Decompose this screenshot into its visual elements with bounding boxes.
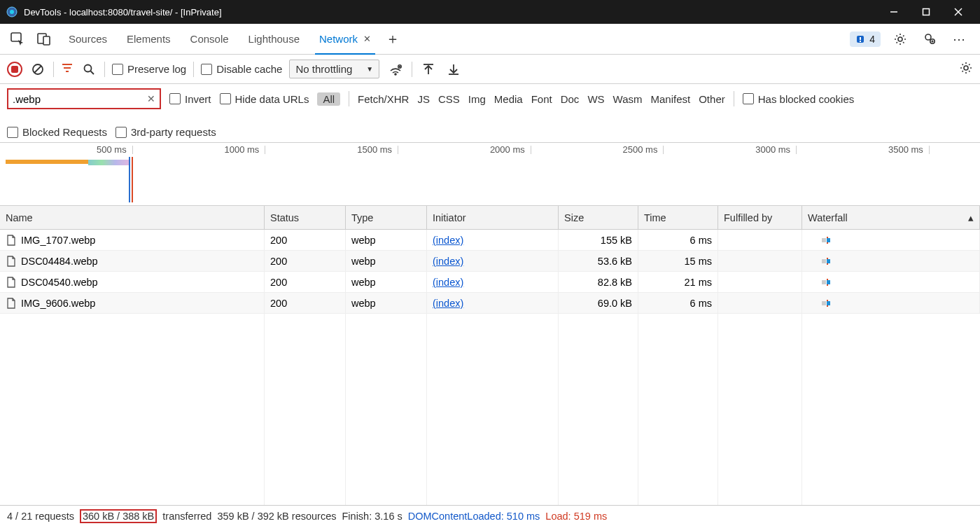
col-time[interactable]: Time [638, 206, 718, 229]
blocked-cookies-checkbox[interactable]: Has blocked cookies [743, 93, 855, 105]
col-waterfall[interactable]: Waterfall▴ [802, 206, 980, 229]
window-title: DevTools - localhost:8080/travel-site/ -… [24, 7, 222, 18]
close-icon[interactable]: ✕ [363, 34, 371, 44]
table-row[interactable]: IMG_1707.webp200webp(index)155 kB6 ms [0, 230, 980, 251]
svg-line-18 [34, 66, 41, 73]
divider [349, 91, 349, 106]
filter-type-fetch[interactable]: Fetch/XHR [358, 93, 409, 105]
window-titlebar: DevTools - localhost:8080/travel-site/ -… [0, 0, 980, 24]
filter-type-media[interactable]: Media [494, 93, 523, 105]
filter-toggle-icon[interactable] [61, 62, 74, 77]
filter-type-all[interactable]: All [317, 92, 340, 106]
feedback-icon[interactable] [920, 32, 939, 46]
sort-indicator-icon: ▴ [968, 212, 974, 223]
cell-initiator-link[interactable]: (index) [433, 256, 463, 267]
issues-button[interactable]: 4 [850, 32, 881, 47]
status-requests: 4 / 21 requests [7, 511, 74, 522]
filter-type-doc[interactable]: Doc [561, 93, 580, 105]
cell-time: 15 ms [638, 251, 718, 271]
cell-fulfilled [718, 272, 802, 292]
divider [734, 91, 734, 106]
file-icon [6, 256, 17, 267]
cell-name: DSC04484.webp [21, 256, 98, 267]
third-party-checkbox[interactable]: 3rd-party requests [115, 126, 216, 138]
svg-point-30 [964, 66, 968, 70]
status-load: Load: 519 ms [545, 511, 607, 522]
cell-fulfilled [718, 251, 802, 271]
cell-initiator-link[interactable]: (index) [433, 298, 463, 309]
chevron-down-icon: ▼ [366, 65, 373, 73]
col-name[interactable]: Name [0, 206, 265, 229]
cell-type: webp [346, 230, 427, 250]
network-request-table: Name Status Type Initiator Size Time Ful… [0, 206, 980, 505]
filter-type-img[interactable]: Img [468, 93, 486, 105]
svg-point-12 [898, 37, 902, 41]
filter-type-js[interactable]: JS [417, 93, 430, 105]
network-conditions-icon[interactable] [386, 62, 405, 76]
window-minimize-button[interactable] [878, 0, 910, 24]
filter-text-input[interactable] [13, 93, 132, 105]
filter-type-ws[interactable]: WS [587, 93, 604, 105]
window-maximize-button[interactable] [910, 0, 942, 24]
disable-cache-label: Disable cache [216, 63, 282, 75]
status-dcl: DOMContentLoaded: 510 ms [408, 511, 540, 522]
disable-cache-checkbox[interactable]: Disable cache [201, 63, 282, 75]
tab-console[interactable]: Console [181, 24, 239, 55]
status-resources: 359 kB / 392 kB resources [217, 511, 336, 522]
cell-status: 200 [265, 251, 346, 271]
blocked-requests-checkbox[interactable]: Blocked Requests [7, 126, 107, 138]
hide-data-urls-checkbox[interactable]: Hide data URLs [220, 93, 309, 105]
more-menu-icon[interactable]: ⋯ [949, 32, 969, 47]
device-toolbar-icon[interactable] [32, 27, 56, 51]
col-waterfall-label: Waterfall [808, 212, 848, 223]
network-settings-gear-icon[interactable] [959, 61, 973, 77]
filter-type-manifest[interactable]: Manifest [651, 93, 691, 105]
tab-lighthouse[interactable]: Lighthouse [239, 24, 309, 55]
col-fulfilled-by[interactable]: Fulfilled by [718, 206, 802, 229]
window-close-button[interactable] [942, 0, 974, 24]
filter-type-wasm[interactable]: Wasm [613, 93, 643, 105]
filter-type-css[interactable]: CSS [438, 93, 460, 105]
cell-name: IMG_1707.webp [21, 235, 95, 246]
svg-rect-8 [43, 36, 50, 45]
cell-waterfall [802, 251, 980, 271]
tab-elements[interactable]: Elements [117, 24, 181, 55]
cell-type: webp [346, 272, 427, 292]
table-row[interactable]: DSC04484.webp200webp(index)53.6 kB15 ms [0, 251, 980, 272]
tab-sources[interactable]: Sources [59, 24, 117, 55]
network-timeline[interactable]: 500 ms 1000 ms 1500 ms 2000 ms 2500 ms 3… [0, 143, 980, 206]
table-row[interactable]: DSC04540.webp200webp(index)82.8 kB21 ms [0, 272, 980, 293]
inspect-element-icon[interactable] [6, 27, 29, 51]
import-har-icon[interactable] [419, 63, 438, 76]
preserve-log-checkbox[interactable]: Preserve log [112, 63, 186, 75]
divider [412, 62, 412, 77]
table-header: Name Status Type Initiator Size Time Ful… [0, 206, 980, 230]
record-button[interactable] [7, 62, 22, 77]
clear-filter-icon[interactable]: ✕ [147, 93, 155, 104]
cell-initiator-link[interactable]: (index) [433, 235, 463, 246]
add-tab-button[interactable]: ＋ [381, 27, 405, 51]
tab-network[interactable]: Network ✕ [309, 24, 381, 55]
timeline-tick: 2000 ms [398, 146, 531, 154]
filter-type-other[interactable]: Other [699, 93, 725, 105]
col-initiator[interactable]: Initiator [427, 206, 559, 229]
blocked-cookies-label: Has blocked cookies [758, 93, 855, 105]
timeline-tick: 3500 ms [797, 146, 930, 154]
timeline-tick: 1000 ms [133, 146, 266, 154]
export-har-icon[interactable] [444, 63, 463, 76]
file-icon [6, 235, 17, 246]
status-transferred-word: transferred [162, 511, 211, 522]
invert-checkbox[interactable]: Invert [169, 93, 211, 105]
clear-button[interactable] [29, 62, 46, 76]
col-size[interactable]: Size [559, 206, 638, 229]
col-type[interactable]: Type [346, 206, 427, 229]
cell-initiator-link[interactable]: (index) [433, 277, 463, 288]
settings-gear-icon[interactable] [890, 32, 910, 46]
throttling-select[interactable]: No throttling▼ [289, 60, 379, 78]
cell-name: DSC04540.webp [21, 277, 98, 288]
search-icon[interactable] [80, 63, 97, 76]
filter-type-font[interactable]: Font [531, 93, 552, 105]
table-row[interactable]: IMG_9606.webp200webp(index)69.0 kB6 ms [0, 293, 980, 314]
devtools-app-icon [6, 6, 18, 18]
col-status[interactable]: Status [265, 206, 346, 229]
